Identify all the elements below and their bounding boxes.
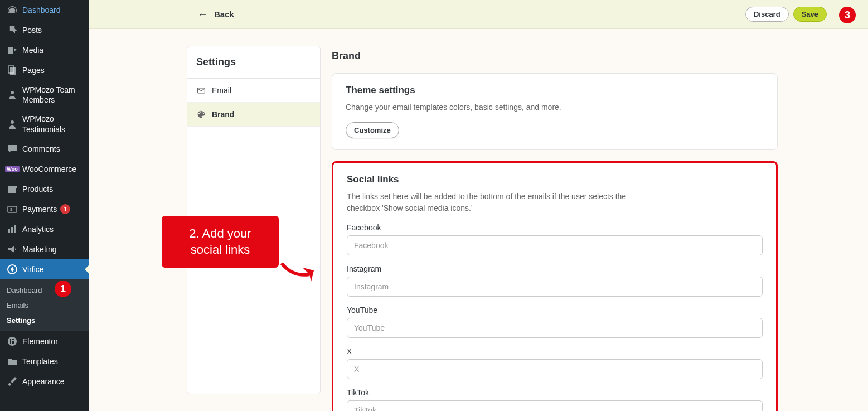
woo-icon: Woo xyxy=(7,163,18,175)
sidebar-item-label: Media xyxy=(22,45,43,55)
x-label: X xyxy=(347,347,763,356)
user-icon xyxy=(7,119,18,130)
svg-rect-2 xyxy=(10,67,16,75)
virfice-submenu: Dashboard Emails Settings xyxy=(0,279,89,331)
save-button[interactable]: Save xyxy=(793,7,827,22)
sidebar-item-label: Templates xyxy=(22,356,58,366)
sidebar-item-templates[interactable]: Templates xyxy=(0,351,89,371)
sidebar-item-elementor[interactable]: Elementor xyxy=(0,331,89,351)
sidebar-item-label: Pages xyxy=(22,65,45,75)
submenu-emails[interactable]: Emails xyxy=(0,298,89,313)
mail-icon xyxy=(196,85,206,95)
submenu-settings[interactable]: Settings xyxy=(0,313,89,328)
sidebar-item-media[interactable]: Media xyxy=(0,40,89,60)
sidebar-item-label: Products xyxy=(22,184,53,194)
sidebar-item-products[interactable]: Products xyxy=(0,179,89,199)
sidebar-item-label: Elementor xyxy=(22,336,58,346)
youtube-label: YouTube xyxy=(347,306,763,315)
svg-rect-16 xyxy=(12,341,14,342)
svg-rect-14 xyxy=(10,339,11,344)
youtube-field-group: YouTube xyxy=(347,306,763,338)
x-input[interactable] xyxy=(347,359,763,379)
sidebar-item-label: Virfice xyxy=(22,264,44,274)
tiktok-input[interactable] xyxy=(347,400,763,411)
submenu-dashboard[interactable]: Dashboard xyxy=(0,283,89,298)
facebook-field-group: Facebook xyxy=(347,223,763,255)
social-card-title: Social links xyxy=(347,174,763,185)
settings-item-brand[interactable]: Brand xyxy=(187,103,320,127)
sidebar-item-payments[interactable]: $ Payments 1 xyxy=(0,199,89,219)
sidebar-item-label: Dashboard xyxy=(22,5,61,15)
content-area: Settings Email Brand Brand Theme setting… xyxy=(89,29,868,411)
theme-settings-card: Theme settings Change your email templat… xyxy=(332,73,778,150)
sidebar-item-comments[interactable]: Comments xyxy=(0,139,89,159)
settings-item-label: Brand xyxy=(212,110,234,119)
payments-badge: 1 xyxy=(60,204,70,214)
annotation-arrow-2 xyxy=(279,258,321,283)
social-links-card: Social links The links set here will be … xyxy=(332,161,778,411)
svg-rect-0 xyxy=(8,47,13,54)
annotation-box-2: 2. Add your social links xyxy=(162,216,279,268)
sidebar-item-label: Payments xyxy=(22,204,57,214)
back-button[interactable]: ← Back xyxy=(197,8,234,21)
svg-point-4 xyxy=(11,120,14,124)
sidebar-item-wpmozo-team[interactable]: WPMozo Team Members xyxy=(0,80,89,109)
svg-rect-6 xyxy=(8,188,16,193)
tiktok-field-group: TikTok xyxy=(347,388,763,411)
topbar: ← Back Discard Save xyxy=(89,0,868,29)
sidebar-item-wpmozo-testimonials[interactable]: WPMozo Testimonials xyxy=(0,109,89,138)
pin-icon xyxy=(7,25,18,36)
dashboard-icon xyxy=(7,4,18,16)
settings-item-label: Email xyxy=(212,86,231,95)
tiktok-label: TikTok xyxy=(347,388,763,397)
x-field-group: X xyxy=(347,347,763,379)
sidebar-item-label: WPMozo Team Members xyxy=(22,85,83,105)
elementor-icon xyxy=(7,336,18,347)
svg-rect-9 xyxy=(8,229,10,233)
archive-icon xyxy=(7,183,18,195)
sidebar-item-dashboard[interactable]: Dashboard xyxy=(0,0,89,20)
sidebar-item-woocommerce[interactable]: Woo WooCommerce xyxy=(0,159,89,179)
svg-rect-11 xyxy=(14,225,16,233)
wp-admin-sidebar: Dashboard Posts Media Pages WPMozo Team … xyxy=(0,0,89,411)
svg-rect-10 xyxy=(11,227,13,233)
analytics-icon xyxy=(7,224,18,235)
payment-icon: $ xyxy=(7,204,18,215)
sidebar-item-label: Posts xyxy=(22,25,42,35)
sidebar-item-label: Appearance xyxy=(22,376,65,386)
sidebar-item-label: WPMozo Testimonials xyxy=(22,114,83,134)
sidebar-item-pages[interactable]: Pages xyxy=(0,60,89,80)
sidebar-item-appearance[interactable]: Appearance xyxy=(0,371,89,391)
settings-panel-title: Settings xyxy=(187,46,320,79)
main-area: ← Back Discard Save 3 Settings Email Bra… xyxy=(89,0,868,411)
brand-title: Brand xyxy=(332,46,778,62)
sidebar-item-label: Analytics xyxy=(22,224,54,234)
svg-rect-5 xyxy=(8,186,17,188)
sidebar-item-marketing[interactable]: Marketing xyxy=(0,239,89,259)
discard-button[interactable]: Discard xyxy=(745,7,789,22)
instagram-field-group: Instagram xyxy=(347,264,763,297)
theme-card-title: Theme settings xyxy=(346,85,764,96)
sidebar-item-posts[interactable]: Posts xyxy=(0,20,89,40)
brand-content: Brand Theme settings Change your email t… xyxy=(332,46,778,394)
media-icon xyxy=(7,45,18,56)
instagram-input[interactable] xyxy=(347,277,763,297)
annotation-badge-1: 1 xyxy=(55,281,71,297)
palette-icon xyxy=(196,109,206,119)
sidebar-item-label: WooCommerce xyxy=(22,164,76,174)
svg-rect-17 xyxy=(12,342,14,344)
arrow-left-icon: ← xyxy=(197,8,208,21)
sidebar-item-label: Comments xyxy=(22,144,60,154)
youtube-input[interactable] xyxy=(347,318,763,338)
instagram-label: Instagram xyxy=(347,264,763,273)
folder-icon xyxy=(7,356,18,367)
sidebar-item-analytics[interactable]: Analytics xyxy=(0,219,89,239)
sidebar-item-label: Marketing xyxy=(22,244,56,254)
pages-icon xyxy=(7,65,18,76)
customize-button[interactable]: Customize xyxy=(346,122,399,138)
megaphone-icon xyxy=(7,244,18,255)
theme-card-description: Change your email templates colors, basi… xyxy=(346,101,764,113)
sidebar-item-virfice[interactable]: Virfice xyxy=(0,259,89,279)
settings-item-email[interactable]: Email xyxy=(187,79,320,103)
facebook-input[interactable] xyxy=(347,235,763,255)
